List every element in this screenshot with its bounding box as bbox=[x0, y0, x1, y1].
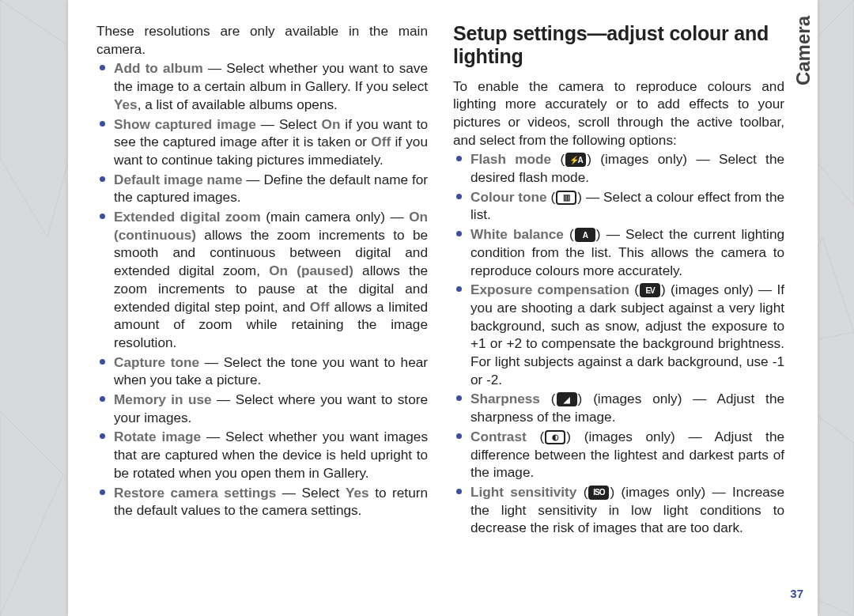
keyword: Restore camera settings bbox=[114, 485, 276, 501]
keyword: Memory in use bbox=[114, 391, 212, 407]
chapter-label: Camera bbox=[792, 16, 814, 85]
list-item: Rotate image — Select whether you want i… bbox=[96, 428, 428, 482]
keyword: Yes bbox=[114, 96, 138, 112]
list-item: Exposure compensation (EV) (images only)… bbox=[453, 281, 784, 388]
list-item: Light sensitivity (ISO) (images only) — … bbox=[453, 483, 784, 537]
keyword: On bbox=[322, 116, 341, 132]
contrast-icon: ◐ bbox=[545, 430, 565, 444]
keyword: Rotate image bbox=[114, 429, 201, 444]
iso-icon: ISO bbox=[588, 486, 609, 500]
keyword: Off bbox=[310, 299, 330, 315]
list-item: Flash mode (⚡A) (images only) — Select t… bbox=[453, 150, 784, 186]
list-item: Default image name — Define the default … bbox=[96, 171, 428, 206]
sharp-icon: ◢ bbox=[557, 392, 577, 406]
list-item: Capture tone — Select the tone you want … bbox=[96, 353, 428, 389]
wb-icon: A bbox=[575, 228, 595, 242]
list-item: Memory in use — Select where you want to… bbox=[96, 391, 428, 426]
ev-icon: EV bbox=[640, 283, 660, 297]
tone-icon: ▥ bbox=[556, 191, 576, 205]
keyword: Flash mode bbox=[470, 151, 551, 167]
left-bullet-list: Add to album — Select whether you want t… bbox=[96, 59, 428, 520]
list-item: Contrast (◐) (images only) — Adjust the … bbox=[453, 428, 784, 482]
list-item: Extended digital zoom (main camera only)… bbox=[96, 208, 428, 352]
keyword: On (paused) bbox=[269, 263, 353, 278]
list-item: Restore camera settings — Select Yes to … bbox=[96, 484, 428, 520]
left-intro: These resolutions are only available in … bbox=[96, 22, 428, 58]
page-body: These resolutions are only available in … bbox=[96, 22, 784, 591]
keyword: Contrast bbox=[470, 429, 527, 444]
keyword: Extended digital zoom bbox=[114, 209, 261, 225]
keyword: Default image name bbox=[114, 172, 243, 187]
right-bullet-list: Flash mode (⚡A) (images only) — Select t… bbox=[453, 150, 784, 537]
section-heading: Setup settings—adjust colour and lightin… bbox=[453, 22, 784, 68]
keyword: Show captured image bbox=[114, 116, 256, 132]
page-number: 37 bbox=[790, 587, 803, 600]
list-item: Show captured image — Select On if you w… bbox=[96, 115, 428, 169]
list-item: Colour tone (▥) — Select a colour effect… bbox=[453, 188, 784, 224]
right-intro: To enable the camera to reproduce colour… bbox=[453, 77, 784, 149]
keyword: Yes bbox=[346, 485, 369, 501]
keyword: Light sensitivity bbox=[470, 484, 576, 500]
flash-icon: ⚡A bbox=[565, 153, 586, 167]
list-item: White balance (A) — Select the current l… bbox=[453, 225, 784, 279]
list-item: Add to album — Select whether you want t… bbox=[96, 59, 428, 113]
keyword: Sharpness bbox=[470, 391, 540, 406]
keyword: Colour tone bbox=[470, 189, 547, 205]
side-tab: Camera bbox=[784, 0, 818, 616]
keyword: Off bbox=[371, 134, 391, 149]
keyword: White balance bbox=[470, 226, 564, 242]
list-item: Sharpness (◢) (images only) — Adjust the… bbox=[453, 390, 784, 425]
keyword: Capture tone bbox=[114, 354, 199, 370]
manual-page: These resolutions are only available in … bbox=[68, 0, 818, 616]
keyword: Exposure compensation bbox=[470, 282, 629, 297]
keyword: Add to album bbox=[114, 60, 203, 76]
svg-marker-3 bbox=[0, 411, 63, 616]
